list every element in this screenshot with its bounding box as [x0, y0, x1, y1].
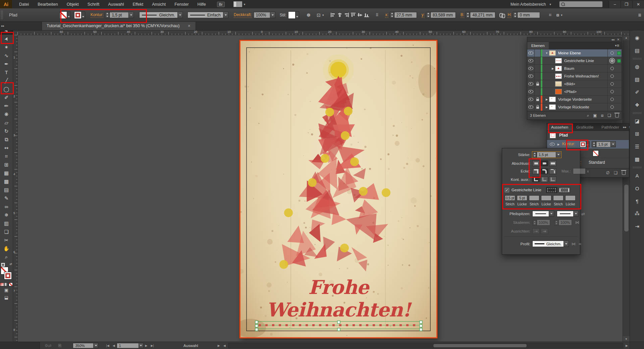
arrowhead-end-dropdown[interactable] [557, 211, 574, 217]
horizontal-scrollbar[interactable] [228, 343, 623, 348]
screen-mode-icon[interactable]: ⬓ [0, 294, 13, 301]
tab-aussehen[interactable]: Aussehen [547, 123, 572, 131]
stroke-weight-dropdown-icon[interactable] [610, 141, 616, 147]
symbole-icon[interactable]: ❖ [630, 99, 644, 111]
lock-cell[interactable] [535, 57, 541, 64]
status-expand-icon[interactable]: ▶ [216, 344, 222, 347]
fill-color-swatch[interactable] [593, 150, 599, 156]
paintbrush-tool[interactable]: ✐ [0, 93, 13, 102]
blend-tool[interactable]: ∞ [0, 202, 13, 211]
select-similar-caret-icon[interactable]: ▾ [561, 13, 562, 17]
clear-appearance-icon[interactable]: ∅ [606, 170, 609, 175]
lock-cell[interactable] [535, 96, 541, 103]
tab-grafikstile[interactable]: Grafikstile [572, 123, 597, 131]
stroke-swatch-dropdown-icon[interactable] [81, 11, 85, 19]
target-cell[interactable] [607, 57, 616, 64]
panel-expand-icon[interactable]: ▸▸ [623, 125, 627, 129]
align-stroke-outside-button[interactable] [549, 177, 556, 182]
visibility-cell[interactable] [527, 72, 535, 80]
panel-close-icon[interactable]: ✕ [617, 38, 620, 41]
selection-cell[interactable] [616, 59, 622, 63]
line-segment-tool[interactable]: ╱ [0, 77, 13, 85]
deckkraft-dropdown-icon[interactable] [270, 12, 275, 18]
dash-field-5[interactable] [553, 195, 564, 201]
kontur-link[interactable]: Kontur: [562, 142, 575, 147]
layer-name[interactable]: Gestrichelte Linie [564, 59, 594, 63]
delete-item-icon[interactable] [622, 171, 626, 175]
workspace-switcher[interactable]: Mein Arbeitsbereich ▾ [511, 2, 551, 7]
gradient-mode-icon[interactable] [4, 283, 8, 286]
width-profile-dropdown[interactable]: Gleichm. [532, 241, 564, 247]
artboard-tool[interactable]: ❏ [0, 228, 13, 236]
target-circle-icon[interactable] [610, 74, 614, 78]
workspace-layout-caret-icon[interactable]: ▾ [244, 3, 246, 6]
menu-item-objekt[interactable]: Objekt [62, 2, 83, 7]
artboard-card[interactable]: Frohe Weihnachten! [239, 40, 437, 338]
lock-cell[interactable] [535, 72, 541, 80]
menu-item-datei[interactable]: Datei [15, 2, 33, 7]
select-similar-icon[interactable]: ⧇ [556, 12, 559, 18]
new-layer-icon[interactable]: ❏ [607, 113, 611, 118]
deckkraft-link[interactable]: Deckkraft: [234, 12, 252, 18]
target-cell[interactable] [607, 65, 616, 72]
document-tab[interactable]: Tutorial_Geschenkanhaenger_drucken.ai* b… [42, 21, 196, 30]
dock-drag-handle[interactable] [633, 166, 641, 168]
target-cell[interactable] [607, 96, 616, 103]
artboard-dropdown-icon[interactable] [139, 343, 144, 348]
layer-row[interactable]: ▶Vorlage Vorderseite [527, 96, 622, 103]
opentype-icon[interactable]: O [630, 182, 644, 195]
dash-field-1[interactable]: 0,5 pt [505, 195, 515, 201]
layer-row[interactable]: ▶Baum [527, 65, 622, 72]
recolor-artwork-icon[interactable]: ☸ [307, 12, 311, 18]
kontur-link[interactable]: Kontur: [91, 12, 104, 18]
align-center-icon[interactable] [337, 13, 342, 17]
panel-collapse-icon[interactable]: ◂◂ [611, 38, 614, 41]
appearance-stroke-row[interactable]: ▶ Kontur: 1,5 pt [547, 140, 629, 149]
layer-thumbnail[interactable] [555, 66, 562, 71]
layer-row[interactable]: <Bild> [527, 80, 622, 88]
b-link[interactable]: B: [461, 12, 464, 18]
profile-caret-icon[interactable] [564, 241, 569, 247]
layer-row[interactable]: Frohe Weihnachten! [527, 72, 622, 80]
scale-tool[interactable]: ⧉ [0, 135, 13, 144]
join-round-button[interactable] [541, 168, 548, 174]
dash-field-6[interactable] [565, 195, 576, 201]
dash-field-2[interactable]: 5 pt [517, 195, 527, 201]
toolbar-collapse-arrows-icon[interactable]: ▸▸ [0, 21, 14, 30]
swap-fill-stroke-icon[interactable]: ⇄ [9, 262, 12, 266]
export-icon[interactable]: ⎘ [58, 343, 62, 348]
glyphen-icon[interactable]: ⁂ [630, 207, 644, 220]
align-right-icon[interactable] [344, 13, 349, 17]
scroll-up-icon[interactable]: ▲ [623, 35, 630, 40]
transformieren-icon[interactable]: ⊞ [630, 128, 644, 140]
layer-row[interactable]: <Pfad> [527, 88, 622, 96]
stroke-color-swatch[interactable] [4, 272, 12, 280]
absatz-icon[interactable]: ¶ [630, 195, 644, 207]
align-bottom-icon[interactable] [364, 13, 369, 17]
direct-selection-tool[interactable]: ➤ [0, 35, 13, 43]
hscroll-left-icon[interactable]: ◀ [222, 344, 227, 347]
visibility-cell[interactable] [527, 96, 535, 103]
dock-drag-handle[interactable] [633, 58, 641, 60]
hscroll-right-icon[interactable]: ▶ [624, 344, 630, 347]
visibility-cell[interactable] [527, 65, 535, 72]
target-circle-icon[interactable] [610, 105, 614, 109]
menu-item-auswahl[interactable]: Auswahl [104, 2, 128, 7]
scroll-down-icon[interactable]: ▼ [623, 336, 630, 342]
minimize-button[interactable]: – [609, 1, 621, 8]
column-graph-tool[interactable]: ▥ [0, 219, 13, 228]
arrowhead-end-caret-icon[interactable] [573, 211, 579, 217]
fill-swatch-dropdown-icon[interactable] [67, 11, 71, 19]
drawing-modes-icon[interactable]: ▣ [0, 286, 13, 294]
layer-thumbnail[interactable] [555, 58, 562, 63]
layer-thumbnail[interactable] [549, 50, 556, 56]
lock-cell[interactable] [535, 65, 541, 72]
x-field[interactable]: 27,5 mm [394, 12, 417, 18]
gradient-tool[interactable]: ▤ [0, 186, 13, 194]
layer-row[interactable]: ▼Meine Ebene [527, 49, 622, 57]
menu-item-schrift[interactable]: Schrift [83, 2, 104, 7]
stroke-weight-stepper[interactable] [592, 141, 596, 147]
shape-builder-tool[interactable]: ⊞ [0, 160, 13, 169]
layer-thumbnail[interactable] [555, 81, 562, 87]
expand-triangle-icon[interactable]: ▶ [544, 106, 549, 109]
